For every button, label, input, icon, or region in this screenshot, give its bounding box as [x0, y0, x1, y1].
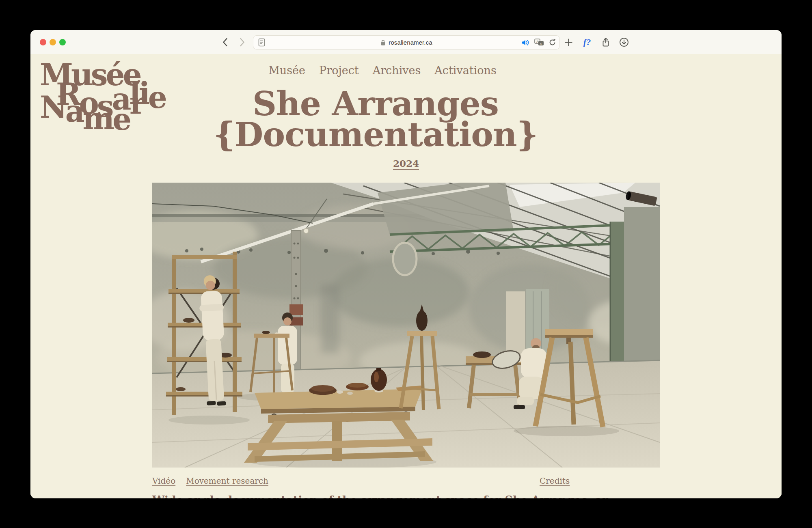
forward-button[interactable]	[235, 36, 249, 49]
expand-window-button[interactable]	[59, 39, 66, 45]
project-video[interactable]	[152, 183, 660, 468]
desktop-background: rosalienamer.ca A x	[0, 0, 812, 528]
share-icon	[602, 37, 610, 47]
download-circle-icon	[619, 37, 629, 47]
nav-item-archives[interactable]: Archives	[373, 64, 421, 77]
plus-icon	[565, 39, 572, 46]
left-links: VidéoMovement research	[152, 476, 279, 486]
share-button[interactable]	[599, 36, 613, 49]
page-content: Musée Rosalie Namer MuséeProjectArchives…	[30, 54, 782, 498]
address-bar[interactable]: rosalienamer.ca A x	[253, 35, 560, 50]
url-text: rosalienamer.ca	[389, 39, 432, 46]
media-links-row: VidéoMovement research Credits	[30, 476, 782, 488]
audio-speaker-icon[interactable]	[521, 39, 530, 46]
reader-view-icon[interactable]	[258, 38, 265, 48]
title-line-2: {Documentation}	[214, 115, 538, 154]
new-tab-button[interactable]	[561, 36, 575, 49]
nav-item-activations[interactable]: Activations	[434, 64, 496, 77]
year-link[interactable]: 2024	[393, 158, 419, 169]
close-window-button[interactable]	[40, 39, 46, 45]
browser-window: rosalienamer.ca A x	[30, 30, 782, 498]
back-button[interactable]	[218, 36, 232, 49]
font-extension-button[interactable]: f?	[580, 36, 594, 49]
link-movement-research[interactable]: Movement research	[186, 476, 268, 486]
downloads-button[interactable]	[617, 36, 631, 49]
browser-toolbar: rosalienamer.ca A x	[30, 30, 782, 54]
minimize-window-button[interactable]	[50, 39, 56, 45]
project-description: Wide angle documentation of the arrangem…	[152, 493, 660, 498]
link-vid-o[interactable]: Vidéo	[152, 476, 175, 486]
translate-icon[interactable]: A x	[534, 39, 544, 46]
chevron-left-icon	[222, 38, 228, 47]
svg-text:x: x	[540, 42, 542, 45]
chevron-right-icon	[239, 38, 245, 47]
nav-item-project[interactable]: Project	[319, 64, 359, 77]
main-navigation: MuséeProjectArchivesActivations	[268, 64, 497, 77]
credits-link[interactable]: Credits	[540, 476, 570, 486]
padlock-icon	[380, 39, 386, 46]
page-title: She Arranges {Documentation}	[91, 88, 660, 150]
nav-item-muse[interactable]: Musée	[268, 64, 305, 77]
reload-icon[interactable]	[549, 39, 556, 46]
font-extension-icon: f?	[583, 37, 591, 47]
studio-photo	[152, 183, 660, 468]
